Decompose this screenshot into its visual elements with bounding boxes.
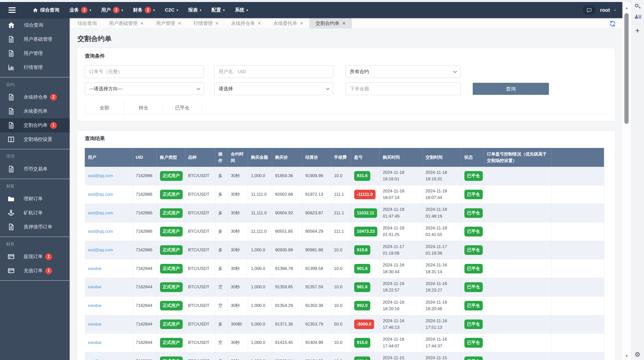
sidebar-item[interactable]: 币币交易单 xyxy=(0,162,70,176)
home-icon xyxy=(8,21,20,29)
sidebar-item[interactable]: 充值订单1 xyxy=(0,264,70,278)
tab[interactable]: 行情管理✕ xyxy=(187,18,225,28)
pnl-badge: 11032.11 xyxy=(354,208,377,218)
buy-amount-cell: 1,000.0 xyxy=(248,296,272,315)
tab[interactable]: 综合查询 xyxy=(72,18,103,28)
actions-cell xyxy=(551,185,604,204)
sidebar-item-label: 综合查询 xyxy=(24,22,43,28)
user-link[interactable]: xiaobai xyxy=(88,303,101,308)
refresh-button[interactable] xyxy=(608,19,617,28)
scroll-up-arrow-icon[interactable]: ▲ xyxy=(622,6,631,10)
tab-active[interactable]: 交割合约单✕ xyxy=(309,18,352,28)
user-link[interactable]: xiaobai xyxy=(88,322,101,327)
user-link[interactable]: asd@qq.com xyxy=(88,229,113,234)
user-cell: asd@qq.com xyxy=(85,167,133,185)
open-tabs: 综合查询用户基础管理✕用户管理✕行情管理✕永续持仓单✕永续委托单✕交割合约单✕ xyxy=(72,18,352,28)
order-amount-input[interactable] xyxy=(346,83,461,95)
fee-cell: 10.0 xyxy=(331,259,351,278)
add-icon[interactable]: + xyxy=(631,26,644,35)
nav-menu-item-label: 综合查询 xyxy=(40,7,59,13)
account-type-badge: 正式用户 xyxy=(160,208,183,218)
account-type-badge: 正式用户 xyxy=(160,171,183,181)
pnl-cell: 981.6 xyxy=(351,278,380,297)
nav-menu-item[interactable]: C2C▾ xyxy=(160,2,183,18)
nav-menu-item[interactable]: 配置▾ xyxy=(207,2,230,18)
close-icon[interactable]: ✕ xyxy=(140,21,144,26)
user-link[interactable]: asd@qq.com xyxy=(88,359,113,360)
status-cell: 已平仓 xyxy=(461,204,484,222)
scrollbar-thumb[interactable] xyxy=(624,13,629,124)
sidebar-item-label: 币币交易单 xyxy=(24,166,48,172)
tab[interactable]: 永续委托单✕ xyxy=(267,18,309,28)
doc-icon xyxy=(8,166,19,173)
notification-badge: 1 xyxy=(50,122,57,129)
sidebar-item[interactable]: 理财订单 xyxy=(0,192,70,206)
scroll-down-arrow-icon[interactable]: ▼ xyxy=(622,354,631,358)
tab[interactable]: 用户基础管理✕ xyxy=(103,18,150,28)
sidebar-item[interactable]: 永续委托单 xyxy=(0,104,70,118)
filter-tab[interactable]: 已平仓 xyxy=(163,102,202,114)
contract-select[interactable]: 所有合约 xyxy=(346,65,461,78)
tab-label: 永续持仓单 xyxy=(231,20,255,27)
sidebar-item[interactable]: 用户管理 xyxy=(0,46,70,60)
filter-tab[interactable]: 全部 xyxy=(85,102,124,114)
uid-cell: 7162886 xyxy=(133,352,157,360)
sidebar-item[interactable]: 交割合约单1 xyxy=(0,118,70,132)
chess-extension-icon[interactable]: ♟♛ xyxy=(631,13,644,21)
user-link[interactable]: asd@qq.com xyxy=(88,248,113,252)
user-link[interactable]: asd@qq.com xyxy=(88,173,113,178)
tab[interactable]: 永续持仓单✕ xyxy=(225,18,267,28)
buy-time-cell: 2024-11-17 01:18:06 xyxy=(380,241,422,259)
browser-side-panel: ♟♛ + ⚙ xyxy=(631,0,644,360)
status-select[interactable]: 请选择 xyxy=(214,83,333,95)
search-icon[interactable] xyxy=(631,2,644,11)
scrollbar[interactable]: ▲ ▼ xyxy=(622,2,631,360)
nav-menu-item[interactable]: 综合查询 xyxy=(28,2,64,18)
chevron-down-icon: ▾ xyxy=(614,8,616,12)
sidebar-item[interactable]: 交割场控设置 xyxy=(0,132,70,146)
user-link[interactable]: asd@qq.com xyxy=(88,211,113,215)
pnl-control-cell xyxy=(484,334,551,352)
tab-label: 综合查询 xyxy=(78,20,97,27)
nav-menu-item[interactable]: 业务3▾ xyxy=(64,2,96,18)
close-icon[interactable]: ✕ xyxy=(257,21,261,26)
user-link[interactable]: xiaobai xyxy=(88,266,101,271)
sidebar-item[interactable]: 提现订单1 xyxy=(0,250,70,264)
close-icon[interactable]: ✕ xyxy=(178,21,181,26)
direction-select[interactable]: ---请选择方向--- xyxy=(85,83,204,95)
nav-menu-item[interactable]: 财务2▾ xyxy=(128,2,160,18)
anchor-icon xyxy=(8,209,19,216)
tab[interactable]: 用户管理✕ xyxy=(150,18,187,28)
status-cell: 已平仓 xyxy=(461,352,484,360)
order-no-input[interactable] xyxy=(85,65,204,78)
contract-duration-cell: 30秒 xyxy=(228,334,248,352)
sidebar-item[interactable]: 用户基础管理 xyxy=(0,32,70,46)
chat-icon[interactable] xyxy=(583,6,596,15)
user-link[interactable]: asd@qq.com xyxy=(88,192,113,197)
hamburger-menu-icon[interactable] xyxy=(0,2,24,18)
user-link[interactable]: xiaobai xyxy=(88,340,101,345)
sidebar-item[interactable]: 行情管理 xyxy=(0,60,70,74)
close-icon[interactable]: ✕ xyxy=(300,21,303,26)
sidebar-item[interactable]: 永续持仓单2 xyxy=(0,90,70,104)
sidebar-section-label: 财务 xyxy=(0,238,70,250)
nav-menu-item[interactable]: 系统▾ xyxy=(230,2,253,18)
user-menu[interactable]: root ▾ xyxy=(600,7,616,13)
actions-cell xyxy=(551,334,604,352)
pnl-cell: 992.0 xyxy=(351,296,380,315)
close-icon[interactable]: ✕ xyxy=(342,21,346,26)
gear-icon[interactable]: ⚙ xyxy=(631,351,644,358)
query-button[interactable]: 查询 xyxy=(473,83,549,95)
nav-menu-item[interactable]: 报表▾ xyxy=(183,2,207,18)
nav-menu-item[interactable]: 用户3▾ xyxy=(96,2,128,18)
sidebar-item[interactable]: 质押借币订单 xyxy=(0,220,70,234)
username-uid-input[interactable] xyxy=(214,65,333,78)
fee-cell: 10.0 xyxy=(331,352,351,360)
results-table: 用户UID账户类型品种操作合约时间购买金额购买价结算价手续费盈亏购买时间交割时间… xyxy=(85,148,604,360)
sidebar-item[interactable]: 综合查询 xyxy=(0,18,70,32)
filter-tab[interactable]: 持仓 xyxy=(124,102,163,114)
table-header-row: 用户UID账户类型品种操作合约时间购买金额购买价结算价手续费盈亏购买时间交割时间… xyxy=(85,148,604,167)
close-icon[interactable]: ✕ xyxy=(215,21,219,26)
sidebar-item[interactable]: 矿机订单 xyxy=(0,206,70,220)
user-link[interactable]: xiaobai xyxy=(88,285,101,289)
